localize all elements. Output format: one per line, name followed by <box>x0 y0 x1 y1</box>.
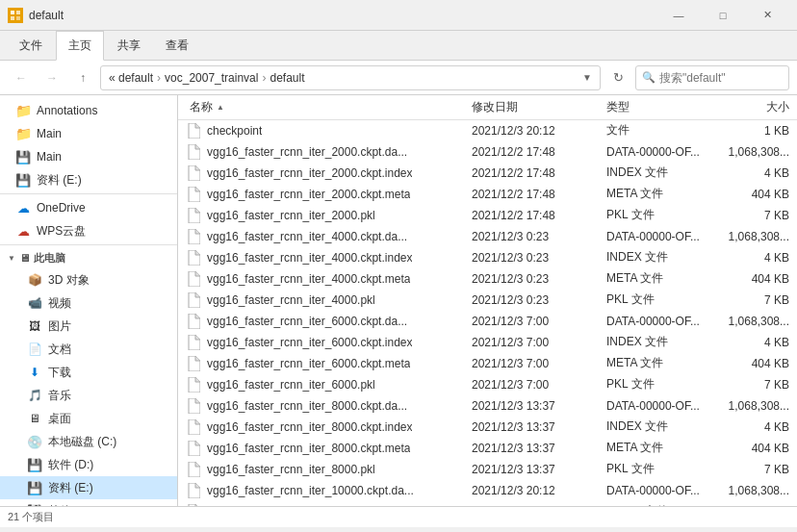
search-bar[interactable]: 🔍 <box>635 65 789 90</box>
sidebar-item-main2[interactable]: 💾 Main <box>0 145 177 168</box>
file-icon <box>186 483 201 498</box>
ribbon-tabs: 文件 主页 共享 查看 <box>0 31 797 60</box>
column-size[interactable]: 大小 <box>712 99 789 115</box>
sidebar-item-downloads[interactable]: ⬇ 下载 <box>0 361 177 384</box>
column-name[interactable]: 名称 ▲ <box>186 99 472 115</box>
sidebar-item-drive-e[interactable]: 💾 资料 (E:) <box>0 168 177 191</box>
sidebar: 📁 Annotations 📁 Main 💾 Main 💾 资料 (E:) ☁ … <box>0 95 178 506</box>
wps-icon: ☁ <box>15 223 31 239</box>
file-name: vgg16_faster_rcnn_iter_6000.ckpt.da... <box>207 315 407 328</box>
sidebar-item-label: 此电脑 <box>34 251 65 266</box>
file-size-cell: 7 KB <box>712 378 789 392</box>
sidebar-item-label: OneDrive <box>37 201 86 215</box>
up-button[interactable]: ↑ <box>69 65 96 90</box>
sidebar-item-drive-e2[interactable]: 💾 资料 (E:) <box>0 476 177 499</box>
breadcrumb-dropdown-icon[interactable]: ▼ <box>582 72 592 83</box>
tab-home[interactable]: 主页 <box>56 31 104 61</box>
sidebar-item-thispc[interactable]: ▼ 🖥 此电脑 <box>0 247 177 268</box>
file-name-cell: vgg16_faster_rcnn_iter_10000.ckpt.ind... <box>186 504 472 507</box>
ribbon: 文件 主页 共享 查看 <box>0 31 797 61</box>
file-icon <box>186 208 201 223</box>
folder-icon: 📁 <box>15 126 31 141</box>
file-name-cell: vgg16_faster_rcnn_iter_8000.ckpt.meta <box>186 441 472 456</box>
window-icon <box>8 8 23 23</box>
table-row[interactable]: vgg16_faster_rcnn_iter_6000.ckpt.index 2… <box>178 332 797 353</box>
sidebar-item-video[interactable]: 📹 视频 <box>0 291 177 315</box>
file-size-cell: 4 KB <box>712 166 789 180</box>
file-size-cell: 1,068,308... <box>712 315 789 328</box>
table-row[interactable]: vgg16_faster_rcnn_iter_8000.ckpt.da... 2… <box>178 395 797 417</box>
file-size-cell: 1,068,308... <box>712 230 789 243</box>
maximize-button[interactable]: □ <box>701 0 745 31</box>
breadcrumb-item-2[interactable]: voc_2007_trainval <box>165 71 258 85</box>
file-list-header: 名称 ▲ 修改日期 类型 大小 <box>178 95 797 120</box>
file-date-cell: 2021/12/2 17:48 <box>472 145 606 159</box>
back-button[interactable]: ← <box>8 65 35 90</box>
sidebar-item-label: 资料 (E:) <box>48 480 93 496</box>
table-row[interactable]: vgg16_faster_rcnn_iter_2000.ckpt.index 2… <box>178 163 797 184</box>
breadcrumb-item-3[interactable]: default <box>270 71 304 85</box>
sidebar-item-drive-d[interactable]: 💾 软件 (D:) <box>0 453 177 476</box>
table-row[interactable]: vgg16_faster_rcnn_iter_2000.ckpt.da... 2… <box>178 141 797 163</box>
table-row[interactable]: vgg16_faster_rcnn_iter_10000.ckpt.ind...… <box>178 501 797 506</box>
file-name: vgg16_faster_rcnn_iter_10000.ckpt.da... <box>207 484 414 497</box>
sidebar-item-pictures[interactable]: 🖼 图片 <box>0 315 177 338</box>
breadcrumb[interactable]: « default › voc_2007_trainval › default … <box>100 65 601 90</box>
table-row[interactable]: vgg16_faster_rcnn_iter_8000.pkl 2021/12/… <box>178 459 797 480</box>
sidebar-item-desktop[interactable]: 🖥 桌面 <box>0 407 177 430</box>
file-type-cell: META 文件 <box>606 186 712 202</box>
table-row[interactable]: vgg16_faster_rcnn_iter_8000.ckpt.meta 20… <box>178 438 797 459</box>
sidebar-item-music[interactable]: 🎵 音乐 <box>0 384 177 407</box>
sidebar-item-wps[interactable]: ☁ WPS云盘 <box>0 219 177 242</box>
sidebar-item-label: 3D 对象 <box>48 272 90 289</box>
table-row[interactable]: vgg16_faster_rcnn_iter_6000.ckpt.da... 2… <box>178 311 797 332</box>
sidebar-item-onedrive[interactable]: ☁ OneDrive <box>0 196 177 219</box>
file-icon <box>186 504 201 507</box>
table-row[interactable]: vgg16_faster_rcnn_iter_10000.ckpt.da... … <box>178 480 797 501</box>
file-name-cell: vgg16_faster_rcnn_iter_2000.ckpt.index <box>186 165 472 181</box>
column-date[interactable]: 修改日期 <box>472 99 606 115</box>
table-row[interactable]: vgg16_faster_rcnn_iter_4000.ckpt.index 2… <box>178 247 797 268</box>
item-count: 21 个项目 <box>8 510 54 524</box>
table-row[interactable]: vgg16_faster_rcnn_iter_2000.pkl 2021/12/… <box>178 205 797 226</box>
sort-arrow-icon: ▲ <box>217 103 224 112</box>
file-icon <box>186 377 201 393</box>
breadcrumb-item-1[interactable]: « default <box>109 71 153 85</box>
forward-button[interactable]: → <box>39 65 65 90</box>
file-name: vgg16_faster_rcnn_iter_8000.ckpt.index <box>207 420 412 434</box>
title-bar-controls: — □ ✕ <box>656 0 789 31</box>
tab-share[interactable]: 共享 <box>106 31 152 60</box>
sidebar-item-drive-c[interactable]: 💿 本地磁盘 (C:) <box>0 430 177 453</box>
file-size-cell: 1 KB <box>712 124 789 138</box>
file-name: vgg16_faster_rcnn_iter_4000.ckpt.meta <box>207 272 410 286</box>
table-row[interactable]: vgg16_faster_rcnn_iter_6000.pkl 2021/12/… <box>178 374 797 395</box>
sidebar-item-annotations[interactable]: 📁 Annotations <box>0 99 177 122</box>
tab-view[interactable]: 查看 <box>154 31 200 60</box>
sidebar-item-docs[interactable]: 📄 文档 <box>0 338 177 361</box>
table-row[interactable]: vgg16_faster_rcnn_iter_4000.ckpt.meta 20… <box>178 268 797 290</box>
sidebar-item-main1[interactable]: 📁 Main <box>0 122 177 145</box>
table-row[interactable]: vgg16_faster_rcnn_iter_4000.ckpt.da... 2… <box>178 226 797 247</box>
sidebar-item-drive-f[interactable]: 💾 其他 (F:) <box>0 499 177 506</box>
status-bar: 21 个项目 <box>0 506 797 527</box>
file-date-cell: 2021/12/3 13:37 <box>472 399 606 413</box>
file-size-cell: 7 KB <box>712 209 789 222</box>
table-row[interactable]: vgg16_faster_rcnn_iter_6000.ckpt.meta 20… <box>178 353 797 374</box>
table-row[interactable]: vgg16_faster_rcnn_iter_2000.ckpt.meta 20… <box>178 184 797 205</box>
table-row[interactable]: vgg16_faster_rcnn_iter_8000.ckpt.index 2… <box>178 417 797 438</box>
column-type[interactable]: 类型 <box>606 99 712 115</box>
refresh-button[interactable]: ↻ <box>604 65 631 90</box>
table-row[interactable]: checkpoint 2021/12/3 20:12 文件 1 KB <box>178 120 797 141</box>
sidebar-item-3d[interactable]: 📦 3D 对象 <box>0 268 177 291</box>
search-input[interactable] <box>659 71 783 85</box>
file-size-cell: 404 KB <box>712 357 789 370</box>
sidebar-divider2 <box>0 244 177 245</box>
sidebar-item-label: Main <box>37 150 62 164</box>
music-icon: 🎵 <box>27 388 42 403</box>
file-icon <box>186 419 201 435</box>
close-button[interactable]: ✕ <box>745 0 789 31</box>
tab-file[interactable]: 文件 <box>8 31 54 60</box>
minimize-button[interactable]: — <box>656 0 701 31</box>
table-row[interactable]: vgg16_faster_rcnn_iter_4000.pkl 2021/12/… <box>178 290 797 311</box>
file-type-cell: DATA-00000-OF... <box>606 484 712 497</box>
